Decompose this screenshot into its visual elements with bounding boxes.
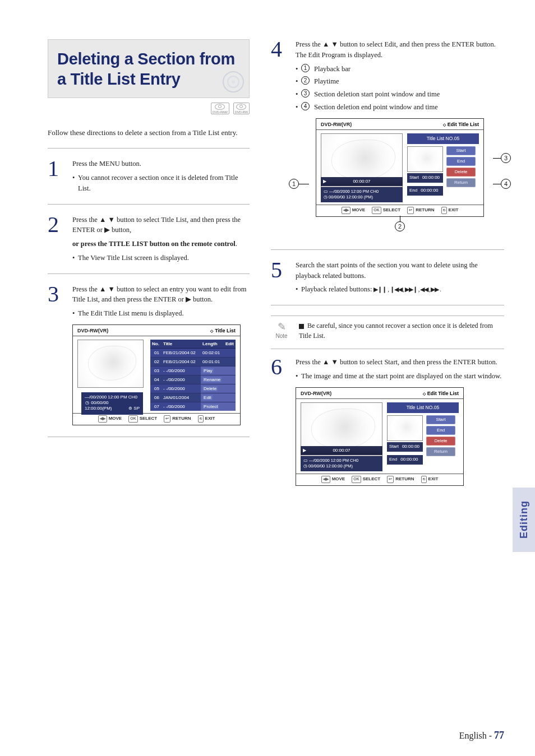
- svg-point-2: [232, 80, 235, 84]
- osd-preview-thumb: [77, 340, 144, 388]
- note-text: Be careful, since you cannot recover a s…: [299, 321, 504, 341]
- osd-btn-start[interactable]: Start: [446, 146, 476, 155]
- osd-btn-return[interactable]: Return: [426, 447, 455, 456]
- osd-edit-title-list-top: DVD-RW(VR) ◇Edit Title List ▶00:00:07 ▭ …: [316, 118, 484, 217]
- table-row: 01FEB/21/2004 0200:02:01: [150, 349, 236, 358]
- disc-badge-dvd-ram: DVD-RAM: [211, 103, 229, 114]
- step-number: 5: [271, 260, 288, 297]
- square-bullet-icon: [299, 324, 304, 329]
- step-4: 4 Press the ▲ ▼ button to select Edit, a…: [271, 39, 504, 217]
- step-bullet: The View Title List screen is displayed.: [72, 253, 250, 263]
- callout-4: 4: [501, 179, 511, 189]
- osd-edit-title-list-bottom: DVD-RW(VR) ◇Edit Title List ▶00:00:07 ▭ …: [296, 387, 464, 486]
- osd-btn-end[interactable]: End: [426, 426, 455, 435]
- osd-footer-hints: ◀▶MOVE OKSELECT ↩RETURN ⎋EXIT: [296, 474, 463, 485]
- step-text-strong: or press the TITLE LIST button on the re…: [72, 239, 250, 249]
- note-rule: [271, 316, 504, 316]
- osd-model: DVD-RW(VR): [301, 390, 331, 398]
- step-bullet: The Edit Title List menu is displayed.: [72, 308, 250, 319]
- step-bullet: The image and time at the start point ar…: [296, 371, 504, 382]
- step-text: Press the ▲ ▼ button to select Title Lis…: [72, 215, 250, 236]
- divider: [48, 148, 250, 149]
- osd-title: Edit Title List: [448, 122, 479, 127]
- osd-playback-bar: ▶00:00:07: [301, 446, 382, 455]
- osd-btn-delete[interactable]: Delete: [446, 168, 476, 177]
- step-5: 5 Search the start points of the section…: [271, 260, 504, 297]
- step-bullet: Playback related buttons: ▶❙❙ , ❙◀◀ , ▶▶…: [296, 284, 504, 295]
- step-number: 1: [48, 159, 64, 196]
- step-number: 6: [271, 357, 288, 489]
- osd-title-list: DVD-RW(VR) ◇Title List —/00/2000 12:00 P…: [72, 324, 241, 425]
- page-title-block: Deleting a Section from a Title List Ent…: [48, 39, 250, 98]
- osd-btn-start[interactable]: Start: [426, 415, 455, 424]
- table-row: 05- -/00/2000Delete: [150, 384, 236, 393]
- table-row: 07- -/00/2000Protect: [150, 402, 236, 411]
- table-row: 04- -/00/2000Rename: [150, 375, 236, 384]
- osd-footer-hints: ◀▶MOVE OKSELECT ↩RETURN ⎋EXIT: [73, 413, 240, 425]
- table-row: 03- -/00/2000Play: [150, 367, 236, 375]
- side-tab-editing: Editing: [513, 488, 535, 552]
- osd-btn-end[interactable]: End: [446, 157, 476, 166]
- osd-subtitle: Title List NO.05: [387, 402, 459, 413]
- step-3: 3 Press the ▲ ▼ button to select an entr…: [48, 284, 250, 429]
- step-text: Search the start points of the section y…: [296, 260, 504, 281]
- divider: [271, 305, 504, 305]
- step-text: Press the MENU button.: [72, 159, 250, 169]
- osd-title-table: No. Title Length Edit 01FEB/21/2004 0200…: [150, 340, 236, 411]
- title-decoration-icon: [209, 62, 245, 94]
- disc-badge-dvd-rw: DVD-RW: [233, 103, 250, 114]
- disc-badge-row: DVD-RAM DVD-RW: [48, 103, 250, 115]
- table-row: 02FEB/21/2004 0200:01:01: [150, 358, 236, 367]
- note-label: Note: [271, 333, 292, 339]
- callout-1: 1: [289, 179, 299, 189]
- divider: [271, 249, 504, 250]
- step-text: Press the ▲ ▼ button to select Start, an…: [296, 357, 504, 368]
- step-text: Press the ▲ ▼ button to select Edit, and…: [296, 39, 504, 61]
- step-number: 2: [48, 215, 64, 266]
- divider: [48, 437, 250, 437]
- step-bullet: You cannot recover a section once it is …: [72, 173, 250, 194]
- callout-3: 3: [501, 153, 511, 163]
- callout-2: 2: [395, 221, 405, 231]
- playback-buttons-icons: ▶❙❙ , ❙◀◀ , ▶▶❙ , ◀◀ , ▶▶ .: [373, 286, 441, 293]
- osd-btn-delete[interactable]: Delete: [426, 437, 455, 446]
- osd-meta-box: —/00/2000 12:00 PM CH0 ◷ 00/00/00 12:00:…: [81, 392, 143, 415]
- step-6: 6 Press the ▲ ▼ button to select Start, …: [271, 357, 504, 489]
- osd-footer-hints: ◀▶MOVE OKSELECT ↩RETURN ⎋EXIT: [316, 205, 483, 216]
- divider: [48, 273, 250, 274]
- note-icon: ✎: [271, 321, 292, 333]
- intro-text: Follow these directions to delete a sect…: [48, 128, 250, 138]
- osd-title: Edit Title List: [427, 391, 459, 396]
- page-footer: English - 77: [459, 730, 504, 741]
- osd-title: Title List: [215, 328, 236, 333]
- osd-meta-box: ▭ —/00/2000 12:00 PM CH0 ◷ 00/00/00 12:0…: [301, 456, 382, 471]
- osd-start-thumb: [387, 415, 423, 441]
- step-text: Press the ▲ ▼ button to select an entry …: [72, 284, 250, 305]
- osd-start-thumb: [407, 146, 443, 172]
- note-block: ✎ Note Be careful, since you cannot reco…: [271, 321, 504, 341]
- osd-playback-bar: ▶00:00:07: [321, 177, 403, 186]
- osd-meta-box: ▭ —/00/2000 12:00 PM CH0 ◷ 00/00/00 12:0…: [321, 187, 403, 202]
- osd-model: DVD-RW(VR): [77, 327, 108, 335]
- table-row: 06JAN/01/2004Edit: [150, 393, 236, 402]
- osd-subtitle: Title List NO.05: [407, 133, 479, 144]
- step-1: 1 Press the MENU button. You cannot reco…: [48, 159, 250, 196]
- step-number: 3: [48, 284, 64, 429]
- osd-btn-return[interactable]: Return: [446, 178, 476, 187]
- step-number: 4: [271, 39, 288, 217]
- step-enum-list: 1Playback bar 2Playtime 3Section deletio…: [296, 64, 504, 113]
- divider: [48, 204, 250, 205]
- osd-model: DVD-RW(VR): [321, 121, 352, 129]
- step-2: 2 Press the ▲ ▼ button to select Title L…: [48, 215, 250, 266]
